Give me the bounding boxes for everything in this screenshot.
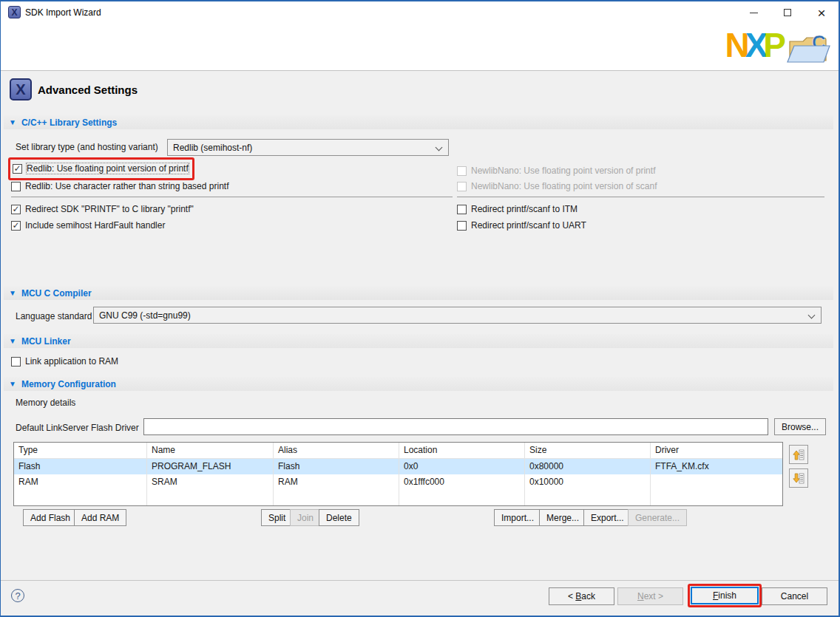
add-ram-button[interactable]: Add RAM xyxy=(74,509,126,526)
collapse-triangle-icon: ▼ xyxy=(9,380,16,388)
checkbox-unchecked[interactable] xyxy=(457,205,467,214)
flash-driver-input[interactable] xyxy=(143,418,768,435)
checkbox-label: Link application to RAM xyxy=(25,356,118,367)
window-title: SDK Import Wizard xyxy=(25,7,101,18)
checkbox-checked[interactable]: ✓ xyxy=(11,221,21,231)
checkbox-redirect-sdk-printf[interactable]: ✓ Redirect SDK "PRINTF" to C library "pr… xyxy=(11,202,194,216)
collapse-triangle-icon: ▼ xyxy=(9,118,16,126)
join-button: Join xyxy=(290,509,321,526)
cell-location[interactable]: 0x0 xyxy=(399,459,525,474)
move-up-icon xyxy=(793,449,805,461)
add-flash-button[interactable]: Add Flash xyxy=(23,509,78,526)
checkbox-unchecked[interactable] xyxy=(11,357,21,367)
close-button[interactable]: × xyxy=(805,1,839,24)
column-header-alias[interactable]: Alias xyxy=(274,443,399,458)
table-row-flash[interactable]: Flash PROGRAM_FLASH Flash 0x0 0x80000 FT… xyxy=(14,459,782,474)
back-label: < Back xyxy=(568,591,595,601)
section-mcu-c-compiler[interactable]: ▼ MCU C Compiler xyxy=(4,286,833,300)
set-library-type-label: Set library type (and hosting variant) xyxy=(16,142,158,152)
maximize-button[interactable] xyxy=(770,1,805,24)
memory-table: Type Name Alias Location Size Driver Fla… xyxy=(13,442,783,506)
cell-location[interactable]: 0x1fffc000 xyxy=(399,474,525,490)
checkbox-unchecked[interactable] xyxy=(457,221,467,231)
finish-label: Finish xyxy=(713,590,736,601)
checkbox-label: Redlib: Use character rather than string… xyxy=(25,181,228,191)
language-standard-combobox[interactable]: GNU C99 (-std=gnu99) xyxy=(93,307,822,324)
chevron-down-icon xyxy=(436,144,443,151)
checkbox-checked[interactable]: ✓ xyxy=(11,205,21,214)
title-bar: X SDK Import Wizard × xyxy=(1,1,839,24)
delete-button[interactable]: Delete xyxy=(319,509,359,526)
minimize-button[interactable] xyxy=(736,1,770,24)
cell-driver[interactable] xyxy=(651,474,782,490)
move-down-icon xyxy=(793,472,805,485)
merge-button[interactable]: Merge... xyxy=(539,509,586,526)
memory-details-label: Memory details xyxy=(16,398,75,408)
section-memory-configuration[interactable]: ▼ Memory Configuration xyxy=(4,377,833,391)
c-project-folder-icon: C xyxy=(785,30,833,69)
cell-name[interactable]: PROGRAM_FLASH xyxy=(147,459,274,474)
cell-alias[interactable]: Flash xyxy=(274,459,399,474)
checkbox-semihost-hardfault[interactable]: ✓ Include semihost HardFault handler xyxy=(11,219,165,232)
annotation-redbox-checkbox: ✓ Redlib: Use floating point version of … xyxy=(8,157,194,180)
export-button[interactable]: Export... xyxy=(583,509,631,526)
nxp-logo-p: P xyxy=(763,26,783,64)
checkbox-redlib-char-printf[interactable]: Redlib: Use character rather than string… xyxy=(11,180,228,193)
checkbox-redlib-float-printf[interactable]: ✓ Redlib: Use floating point version of … xyxy=(13,162,189,175)
column-header-location[interactable]: Location xyxy=(399,443,525,458)
cell-size[interactable]: 0x10000 xyxy=(525,474,651,490)
checkbox-newlibnano-scanf: NewlibNano: Use floating point version o… xyxy=(457,180,657,193)
checkbox-checked[interactable]: ✓ xyxy=(13,164,22,174)
split-button[interactable]: Split xyxy=(261,509,293,526)
cell-size[interactable]: 0x80000 xyxy=(525,459,651,474)
annotation-redbox-finish: Finish xyxy=(688,584,762,607)
table-header-row: Type Name Alias Location Size Driver xyxy=(14,443,782,459)
language-standard-label: Language standard xyxy=(16,311,92,321)
chevron-down-icon xyxy=(808,312,816,319)
section-library-settings[interactable]: ▼ C/C++ Library Settings xyxy=(4,115,833,129)
checkbox-label: Redirect printf/scanf to ITM xyxy=(471,204,578,214)
question-icon: ? xyxy=(15,590,20,601)
section-title: C/C++ Library Settings xyxy=(21,117,117,128)
move-up-button[interactable] xyxy=(789,445,808,464)
checkbox-disabled xyxy=(457,182,467,191)
checkbox-label: Redirect SDK "PRINTF" to C library "prin… xyxy=(25,204,194,214)
checkbox-disabled xyxy=(457,166,467,176)
cancel-button[interactable]: Cancel xyxy=(762,587,827,605)
back-button[interactable]: < Back xyxy=(549,587,614,605)
column-header-driver[interactable]: Driver xyxy=(651,443,782,458)
table-row-empty[interactable] xyxy=(14,490,782,505)
section-title: MCU Linker xyxy=(21,336,71,347)
library-type-value: Redlib (semihost-nf) xyxy=(173,143,252,153)
cell-type[interactable]: Flash xyxy=(14,459,147,474)
import-button[interactable]: Import... xyxy=(494,509,541,526)
page-title: Advanced Settings xyxy=(38,83,138,96)
checkbox-unchecked[interactable] xyxy=(11,182,21,191)
move-down-button[interactable] xyxy=(789,468,808,488)
column-header-size[interactable]: Size xyxy=(525,443,651,458)
column-header-name[interactable]: Name xyxy=(147,443,274,458)
collapse-triangle-icon: ▼ xyxy=(9,337,16,345)
checkbox-link-to-ram[interactable]: Link application to RAM xyxy=(11,355,118,368)
checkbox-redirect-uart[interactable]: Redirect printf/scanf to UART xyxy=(457,219,586,232)
nxp-logo-n: N xyxy=(725,26,746,64)
browse-button[interactable]: Browse... xyxy=(774,418,826,435)
collapse-triangle-icon: ▼ xyxy=(9,289,16,297)
section-title: MCU C Compiler xyxy=(21,288,92,299)
generate-button: Generate... xyxy=(628,509,687,526)
checkbox-label: Include semihost HardFault handler xyxy=(25,220,165,231)
section-mcu-linker[interactable]: ▼ MCU Linker xyxy=(4,334,833,348)
library-type-combobox[interactable]: Redlib (semihost-nf) xyxy=(167,139,449,156)
cell-type[interactable]: RAM xyxy=(14,474,147,490)
next-label: Next > xyxy=(637,591,663,601)
cell-name[interactable]: SRAM xyxy=(147,474,274,490)
divider xyxy=(11,197,453,197)
help-button[interactable]: ? xyxy=(11,589,24,602)
finish-button[interactable]: Finish xyxy=(691,587,759,604)
cell-driver[interactable]: FTFA_KM.cfx xyxy=(651,459,782,474)
checkbox-redirect-itm[interactable]: Redirect printf/scanf to ITM xyxy=(457,202,578,216)
table-row-ram[interactable]: RAM SRAM RAM 0x1fffc000 0x10000 xyxy=(14,474,782,490)
column-header-type[interactable]: Type xyxy=(14,443,147,458)
close-icon: × xyxy=(817,6,825,20)
cell-alias[interactable]: RAM xyxy=(274,474,399,490)
